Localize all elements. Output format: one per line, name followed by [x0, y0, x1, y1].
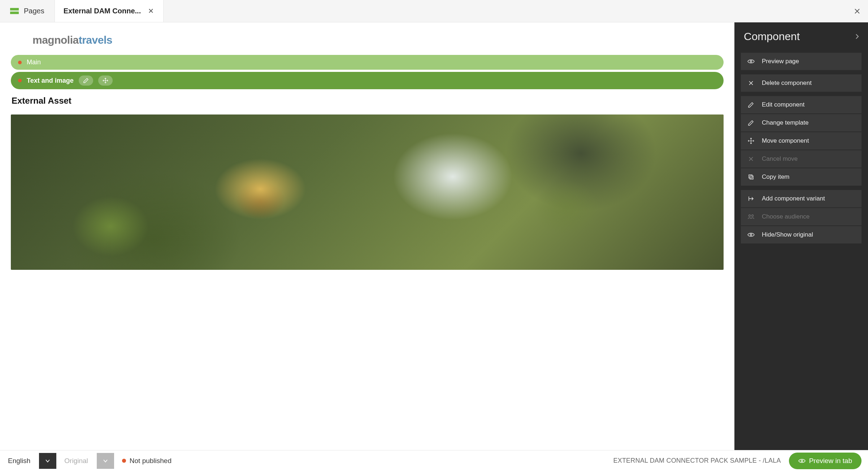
page-canvas: magnoliatravels Main Text and image Exte…: [0, 22, 734, 450]
variant-icon: [747, 195, 755, 202]
panel-chevron-icon[interactable]: [855, 33, 859, 40]
edit-component-action[interactable]: Edit component: [741, 96, 862, 113]
pencil-icon: [747, 119, 755, 126]
svg-rect-1: [749, 175, 752, 178]
status-dot-icon: [18, 79, 22, 82]
page-path: EXTERNAL DAM CONNECTOR PACK SAMPLE - /la…: [613, 457, 781, 464]
action-label: Edit component: [762, 101, 804, 108]
variant-select[interactable]: Original: [56, 450, 114, 471]
eye-icon: [747, 58, 755, 65]
move-component-icon[interactable]: [98, 75, 113, 86]
svg-point-4: [752, 215, 754, 217]
pencil-icon: [747, 101, 755, 108]
choose-audience-action: Choose audience: [741, 208, 862, 225]
chevron-down-icon[interactable]: [97, 453, 114, 469]
copy-item-action[interactable]: Copy item: [741, 168, 862, 186]
audience-icon: [747, 213, 755, 220]
component-panel: Component Preview page: [734, 22, 868, 450]
active-tab-label: External DAM Conne...: [64, 7, 141, 15]
svg-rect-2: [750, 176, 753, 179]
action-label: Delete component: [762, 79, 812, 87]
panel-title: Component: [744, 30, 800, 43]
pages-tab[interactable]: Pages: [0, 0, 55, 22]
close-icon: [747, 79, 755, 87]
action-label: Preview page: [762, 58, 799, 65]
language-select[interactable]: English: [0, 450, 56, 471]
action-label: Add component variant: [762, 195, 825, 202]
publish-status: Not published: [122, 457, 172, 465]
add-variant-action[interactable]: Add component variant: [741, 190, 862, 207]
variant-value: Original: [64, 457, 88, 465]
pages-tab-label: Pages: [24, 7, 44, 15]
chevron-down-icon[interactable]: [39, 453, 56, 469]
status-dot-icon: [18, 61, 22, 64]
preview-btn-label: Preview in tab: [809, 457, 852, 465]
move-component-action[interactable]: Move component: [741, 132, 862, 150]
close-all-icon[interactable]: [854, 8, 861, 15]
svg-point-6: [801, 460, 802, 461]
panel-header: Component: [734, 22, 868, 53]
move-icon: [747, 137, 755, 144]
component-bar-text-image[interactable]: Text and image: [11, 72, 724, 89]
status-dot-icon: [122, 459, 126, 463]
status-text: Not published: [130, 457, 172, 465]
tab-bar: Pages External DAM Conne...: [0, 0, 868, 22]
status-bar: English Original Not published EXTERNAL …: [0, 450, 868, 471]
action-label: Cancel move: [762, 155, 798, 163]
svg-point-3: [749, 215, 751, 217]
eye-icon: [747, 231, 755, 238]
copy-icon: [747, 173, 755, 181]
site-logo: magnoliatravels: [32, 34, 724, 46]
language-value: English: [8, 457, 30, 465]
change-template-action[interactable]: Change template: [741, 114, 862, 131]
hide-show-original-action[interactable]: Hide/Show original: [741, 226, 862, 243]
action-label: Copy item: [762, 173, 790, 181]
action-label: Move component: [762, 137, 809, 144]
content-heading: External Asset: [12, 96, 724, 106]
action-label: Choose audience: [762, 213, 810, 220]
pages-icon: [10, 8, 19, 14]
asset-image: [11, 114, 724, 270]
cancel-move-action: Cancel move: [741, 150, 862, 168]
close-icon: [747, 155, 755, 163]
close-tab-icon[interactable]: [148, 8, 155, 14]
eye-icon: [798, 458, 806, 463]
preview-in-tab-button[interactable]: Preview in tab: [789, 453, 862, 469]
edit-component-icon[interactable]: [79, 75, 93, 86]
preview-page-action[interactable]: Preview page: [741, 53, 862, 70]
area-bar-main[interactable]: Main: [11, 55, 724, 70]
svg-point-0: [750, 61, 752, 62]
delete-component-action[interactable]: Delete component: [741, 74, 862, 92]
active-tab[interactable]: External DAM Conne...: [55, 0, 164, 22]
action-label: Hide/Show original: [762, 231, 813, 238]
area-bar-label: Main: [27, 59, 41, 66]
action-label: Change template: [762, 119, 808, 126]
svg-point-5: [750, 234, 752, 236]
component-bar-label: Text and image: [27, 77, 74, 85]
